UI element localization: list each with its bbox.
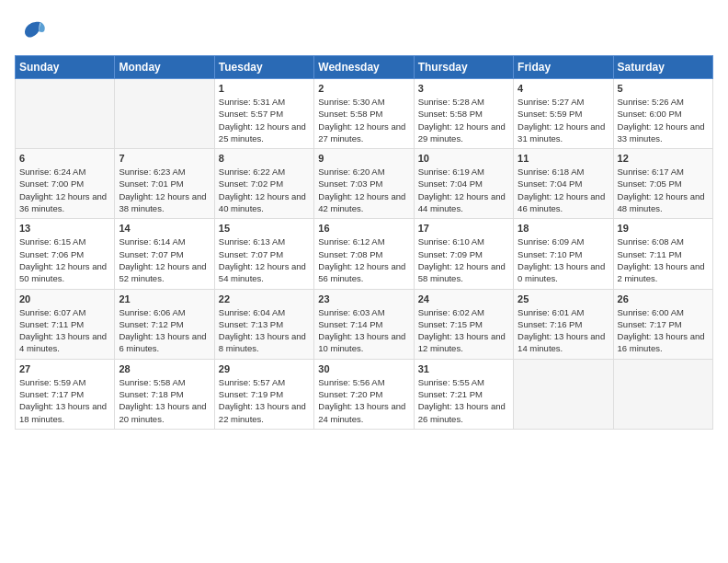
sunset-label: Sunset: 7:12 PM: [119, 319, 183, 329]
sunset-label: Sunset: 7:11 PM: [618, 249, 682, 259]
sunset-label: Sunset: 7:08 PM: [318, 249, 382, 259]
daylight-label: Daylight: 13 hours and 14 minutes.: [518, 331, 605, 353]
daylight-label: Daylight: 12 hours and 50 minutes.: [19, 261, 107, 283]
day-info: Sunrise: 6:04 AMSunset: 7:13 PMDaylight:…: [219, 306, 310, 355]
calendar-cell: 12Sunrise: 6:17 AMSunset: 7:05 PMDayligh…: [613, 149, 712, 219]
calendar-week-row: 20Sunrise: 6:07 AMSunset: 7:11 PMDayligh…: [16, 289, 713, 359]
day-number: 30: [318, 363, 409, 374]
calendar-cell: 9Sunrise: 6:20 AMSunset: 7:03 PMDaylight…: [314, 149, 414, 219]
page-header: [15, 15, 713, 48]
day-info: Sunrise: 6:07 AMSunset: 7:11 PMDaylight:…: [19, 306, 110, 355]
calendar-week-row: 1Sunrise: 5:31 AMSunset: 5:57 PMDaylight…: [16, 79, 713, 149]
sunset-label: Sunset: 7:20 PM: [318, 389, 382, 399]
sunrise-label: Sunrise: 5:59 AM: [19, 377, 85, 387]
daylight-label: Daylight: 12 hours and 36 minutes.: [19, 191, 107, 213]
day-number: 1: [219, 83, 310, 94]
calendar-cell: 26Sunrise: 6:00 AMSunset: 7:17 PMDayligh…: [613, 289, 712, 359]
day-info: Sunrise: 6:10 AMSunset: 7:09 PMDaylight:…: [418, 236, 509, 284]
sunset-label: Sunset: 7:07 PM: [119, 249, 183, 259]
day-info: Sunrise: 6:20 AMSunset: 7:03 PMDaylight:…: [318, 166, 409, 214]
day-info: Sunrise: 6:02 AMSunset: 7:15 PMDaylight:…: [418, 306, 509, 355]
calendar-header-row: SundayMondayTuesdayWednesdayThursdayFrid…: [16, 56, 713, 79]
sunrise-label: Sunrise: 6:18 AM: [518, 167, 584, 177]
sunset-label: Sunset: 7:07 PM: [219, 249, 283, 259]
column-header-wednesday: Wednesday: [314, 56, 414, 79]
sunset-label: Sunset: 5:57 PM: [219, 109, 283, 119]
daylight-label: Daylight: 13 hours and 12 minutes.: [418, 331, 506, 353]
sunrise-label: Sunrise: 5:56 AM: [318, 377, 384, 387]
sunrise-label: Sunrise: 6:10 AM: [418, 236, 484, 247]
sunset-label: Sunset: 7:10 PM: [518, 249, 582, 259]
sunset-label: Sunset: 7:17 PM: [618, 319, 682, 329]
day-number: 12: [618, 153, 709, 164]
day-info: Sunrise: 5:28 AMSunset: 5:58 PMDaylight:…: [418, 96, 509, 144]
sunset-label: Sunset: 7:11 PM: [19, 319, 84, 329]
sunrise-label: Sunrise: 6:09 AM: [518, 236, 584, 247]
day-number: 16: [318, 223, 409, 234]
calendar-cell: 21Sunrise: 6:06 AMSunset: 7:12 PMDayligh…: [115, 289, 214, 359]
calendar-table: SundayMondayTuesdayWednesdayThursdayFrid…: [15, 55, 713, 430]
day-number: 10: [418, 153, 509, 164]
day-number: 21: [119, 293, 210, 304]
day-number: 31: [418, 363, 509, 374]
calendar-cell: 22Sunrise: 6:04 AMSunset: 7:13 PMDayligh…: [214, 289, 313, 359]
daylight-label: Daylight: 12 hours and 31 minutes.: [518, 121, 605, 144]
daylight-label: Daylight: 13 hours and 20 minutes.: [119, 401, 206, 423]
calendar-cell: 7Sunrise: 6:23 AMSunset: 7:01 PMDaylight…: [115, 149, 214, 219]
day-info: Sunrise: 5:31 AMSunset: 5:57 PMDaylight:…: [219, 96, 310, 144]
day-number: 6: [19, 153, 110, 164]
day-number: 29: [219, 363, 310, 374]
logo-bird-icon: [15, 15, 48, 48]
daylight-label: Daylight: 12 hours and 44 minutes.: [418, 191, 506, 213]
day-number: 13: [19, 223, 110, 234]
calendar-cell: 29Sunrise: 5:57 AMSunset: 7:19 PMDayligh…: [214, 359, 313, 429]
sunset-label: Sunset: 7:15 PM: [418, 319, 483, 329]
sunset-label: Sunset: 7:06 PM: [19, 249, 84, 259]
day-info: Sunrise: 5:59 AMSunset: 7:17 PMDaylight:…: [19, 376, 110, 425]
sunrise-label: Sunrise: 5:26 AM: [618, 97, 684, 107]
column-header-saturday: Saturday: [613, 56, 712, 79]
daylight-label: Daylight: 12 hours and 29 minutes.: [418, 121, 506, 144]
day-info: Sunrise: 5:58 AMSunset: 7:18 PMDaylight:…: [119, 376, 210, 425]
daylight-label: Daylight: 12 hours and 40 minutes.: [219, 191, 306, 213]
calendar-cell: 18Sunrise: 6:09 AMSunset: 7:10 PMDayligh…: [514, 219, 613, 289]
day-info: Sunrise: 6:14 AMSunset: 7:07 PMDaylight:…: [119, 236, 210, 284]
sunset-label: Sunset: 7:00 PM: [19, 178, 84, 189]
daylight-label: Daylight: 13 hours and 8 minutes.: [219, 331, 306, 353]
sunrise-label: Sunrise: 6:06 AM: [119, 307, 185, 317]
day-info: Sunrise: 6:17 AMSunset: 7:05 PMDaylight:…: [618, 166, 709, 214]
sunrise-label: Sunrise: 6:12 AM: [318, 236, 384, 247]
sunrise-label: Sunrise: 6:23 AM: [119, 167, 185, 177]
daylight-label: Daylight: 12 hours and 27 minutes.: [318, 121, 405, 144]
sunset-label: Sunset: 7:16 PM: [518, 319, 582, 329]
day-info: Sunrise: 5:57 AMSunset: 7:19 PMDaylight:…: [219, 376, 310, 425]
sunrise-label: Sunrise: 6:01 AM: [518, 307, 584, 317]
day-info: Sunrise: 6:19 AMSunset: 7:04 PMDaylight:…: [418, 166, 509, 214]
day-number: 26: [618, 293, 709, 304]
day-info: Sunrise: 6:23 AMSunset: 7:01 PMDaylight:…: [119, 166, 210, 214]
day-number: 9: [318, 153, 409, 164]
sunrise-label: Sunrise: 6:02 AM: [418, 307, 484, 317]
day-info: Sunrise: 6:18 AMSunset: 7:04 PMDaylight:…: [518, 166, 609, 214]
sunrise-label: Sunrise: 5:55 AM: [418, 377, 484, 387]
calendar-cell: [613, 359, 712, 429]
calendar-cell: [16, 79, 115, 149]
day-number: 15: [219, 223, 310, 234]
calendar-cell: 23Sunrise: 6:03 AMSunset: 7:14 PMDayligh…: [314, 289, 414, 359]
day-info: Sunrise: 6:15 AMSunset: 7:06 PMDaylight:…: [19, 236, 110, 284]
day-info: Sunrise: 6:24 AMSunset: 7:00 PMDaylight:…: [19, 166, 110, 214]
column-header-sunday: Sunday: [16, 56, 115, 79]
sunrise-label: Sunrise: 5:57 AM: [219, 377, 285, 387]
day-info: Sunrise: 6:06 AMSunset: 7:12 PMDaylight:…: [119, 306, 210, 355]
calendar-cell: 3Sunrise: 5:28 AMSunset: 5:58 PMDaylight…: [414, 79, 513, 149]
calendar-cell: 5Sunrise: 5:26 AMSunset: 6:00 PMDaylight…: [613, 79, 712, 149]
day-number: 19: [618, 223, 709, 234]
daylight-label: Daylight: 13 hours and 2 minutes.: [618, 261, 705, 283]
calendar-cell: 8Sunrise: 6:22 AMSunset: 7:02 PMDaylight…: [214, 149, 313, 219]
sunset-label: Sunset: 7:17 PM: [19, 389, 84, 399]
day-info: Sunrise: 6:13 AMSunset: 7:07 PMDaylight:…: [219, 236, 310, 284]
sunset-label: Sunset: 7:14 PM: [318, 319, 382, 329]
day-info: Sunrise: 6:08 AMSunset: 7:11 PMDaylight:…: [618, 236, 709, 284]
sunrise-label: Sunrise: 6:20 AM: [318, 167, 384, 177]
sunset-label: Sunset: 5:58 PM: [318, 109, 382, 119]
